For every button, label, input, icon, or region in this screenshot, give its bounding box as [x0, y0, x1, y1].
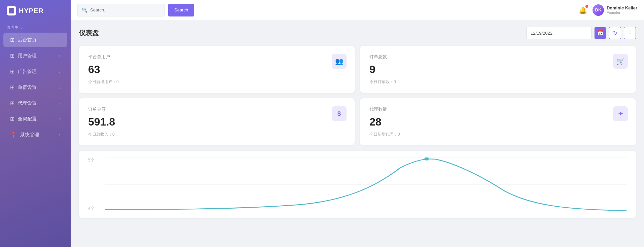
stat-card-total-orders: 🛒 订单总数 9 今日订单数：0 — [360, 46, 636, 93]
sidebar-item-label: 单群设置 — [18, 84, 37, 91]
stat-sub-agents: 今日新增代理：0 — [369, 132, 627, 137]
user-name: Dominic Keller — [607, 5, 637, 10]
user-text: Dominic Keller Founder — [607, 5, 637, 14]
orders-icon: 🛒 — [613, 54, 628, 69]
sidebar-item-label: 代理设置 — [18, 100, 37, 106]
logo-text: HYPER — [19, 7, 44, 15]
stat-card-total-users: 👥 平台总用户 63 今日新增用户：0 — [79, 46, 355, 93]
sidebar-item-label: 系统管理 — [20, 132, 39, 138]
filter-button[interactable]: ≡ — [624, 27, 636, 39]
sidebar-item-user-management[interactable]: ⊞ 用户管理 › — [3, 48, 67, 63]
stat-value-users: 63 — [88, 63, 345, 76]
chevron-right-icon: › — [59, 133, 61, 137]
chart-svg — [105, 157, 627, 211]
agent-icon: ⊞ — [10, 100, 14, 106]
stat-value-orders: 9 — [369, 63, 627, 76]
global-config-icon: ⊞ — [10, 116, 14, 122]
content: 仪表盘 📅 ↻ ≡ 👥 平台总用户 63 今日新增用户：0 — [71, 20, 644, 247]
amount-icon: $ — [332, 106, 347, 121]
chevron-right-icon: › — [59, 54, 61, 58]
stat-card-agent-count: ✈ 代理数量 28 今日新增代理：0 — [360, 98, 636, 145]
refresh-icon: ↻ — [613, 30, 617, 36]
calendar-icon: 📅 — [597, 30, 604, 36]
stat-label-amount: 订单金额 — [88, 106, 345, 112]
sidebar-item-label: 后台首页 — [18, 37, 37, 43]
chevron-right-icon: › — [59, 117, 61, 121]
sidebar-logo: HYPER — [0, 0, 71, 22]
chart-area — [105, 157, 627, 211]
avatar: DK — [593, 4, 604, 16]
content-tools: 📅 ↻ ≡ — [526, 27, 636, 39]
sidebar-item-dashboard[interactable]: ⊞ 后台首页 — [3, 33, 67, 47]
refresh-button[interactable]: ↻ — [609, 27, 621, 39]
sidebar: HYPER 管理中心 ⊞ 后台首页 ⊞ 用户管理 › ⊞ 广告管理 › ⊞ 单群… — [0, 0, 71, 247]
users-icon: 👥 — [332, 54, 347, 69]
content-header: 仪表盘 📅 ↻ ≡ — [79, 27, 636, 39]
ad-management-icon: ⊞ — [10, 68, 14, 75]
page-title: 仪表盘 — [79, 29, 99, 38]
sidebar-item-agent-settings[interactable]: ⊞ 代理设置 › — [3, 96, 67, 110]
sidebar-item-label: 全局配置 — [18, 116, 37, 122]
stat-value-amount: 591.8 — [88, 116, 345, 128]
dashboard-icon: ⊞ — [10, 37, 14, 43]
notification-badge — [585, 5, 588, 8]
search-icon: 🔍 — [82, 7, 87, 13]
date-input[interactable] — [526, 27, 592, 39]
filter-icon: ≡ — [628, 30, 631, 36]
sidebar-item-global-config[interactable]: ⊞ 全局配置 › — [3, 112, 67, 126]
chart-y-labels: 5个 4个 — [88, 157, 95, 211]
chevron-right-icon: › — [59, 85, 61, 90]
stat-sub-users: 今日新增用户：0 — [88, 79, 345, 85]
chevron-right-icon: › — [59, 69, 61, 74]
calendar-button[interactable]: 📅 — [594, 27, 606, 39]
search-button[interactable]: Search — [168, 4, 194, 16]
cluster-icon: ⊞ — [10, 84, 14, 91]
user-info[interactable]: DK Dominic Keller Founder — [593, 4, 637, 16]
notification-wrapper: 🔔 — [579, 6, 587, 14]
chart-y-label-bottom: 4个 — [88, 206, 95, 211]
system-icon: 📍 — [10, 132, 17, 138]
agent-count-icon: ✈ — [613, 106, 628, 121]
header-right: 🔔 DK Dominic Keller Founder — [579, 4, 637, 16]
search-wrapper: 🔍 — [77, 4, 165, 16]
stat-card-order-amount: $ 订单金额 591.8 今日总收入：0 — [79, 98, 355, 145]
user-management-icon: ⊞ — [10, 52, 14, 59]
sidebar-item-cluster-settings[interactable]: ⊞ 单群设置 › — [3, 80, 67, 95]
header: 🔍 Search 🔔 DK Dominic Keller Founder — [71, 0, 644, 20]
chart-card: 5个 4个 — [79, 151, 636, 218]
sidebar-item-system-management[interactable]: 📍 系统管理 › — [3, 128, 67, 142]
sidebar-section-label: 管理中心 — [0, 22, 71, 32]
stats-grid: 👥 平台总用户 63 今日新增用户：0 🛒 订单总数 9 今日订单数：0 $ 订… — [79, 46, 636, 145]
stat-sub-amount: 今日总收入：0 — [88, 132, 345, 137]
search-input[interactable] — [90, 7, 160, 12]
chevron-right-icon: › — [59, 101, 61, 106]
main-area: 🔍 Search 🔔 DK Dominic Keller Founder 仪表盘 — [71, 0, 644, 247]
stat-sub-orders: 今日订单数：0 — [369, 79, 627, 85]
stat-label-users: 平台总用户 — [88, 54, 345, 60]
chart-y-label-top: 5个 — [88, 157, 95, 163]
user-role: Founder — [607, 10, 637, 14]
sidebar-item-ad-management[interactable]: ⊞ 广告管理 › — [3, 64, 67, 79]
svg-point-3 — [424, 157, 429, 161]
sidebar-item-label: 广告管理 — [18, 69, 37, 75]
logo-icon — [7, 6, 16, 15]
stat-label-agents: 代理数量 — [369, 106, 627, 112]
stat-label-orders: 订单总数 — [369, 54, 627, 60]
stat-value-agents: 28 — [369, 116, 627, 128]
sidebar-item-label: 用户管理 — [18, 53, 37, 59]
